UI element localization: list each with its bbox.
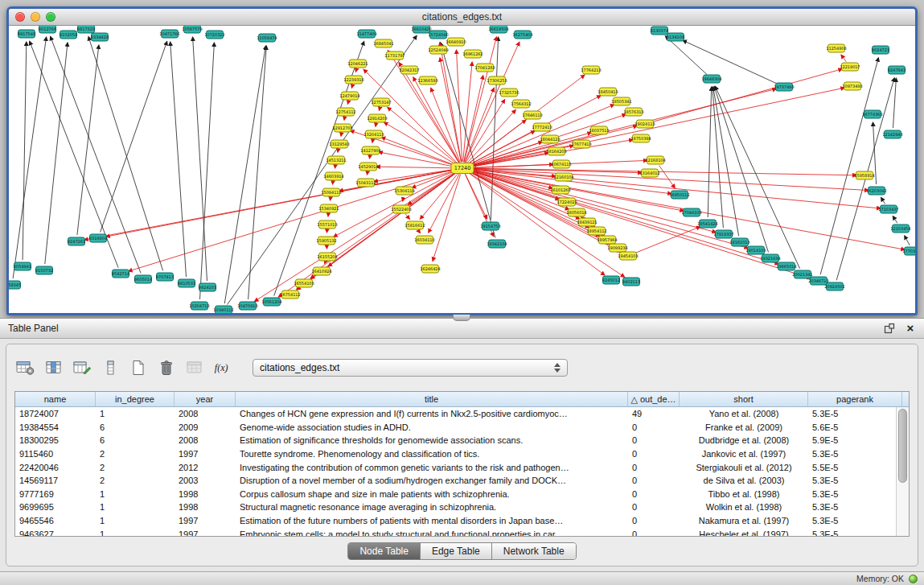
graph-node[interactable]: 17677413 bbox=[571, 140, 591, 148]
graph-node[interactable]: 18037513 bbox=[589, 126, 609, 134]
table-cell[interactable]: Structural magnetic resonance image aver… bbox=[236, 502, 628, 512]
graph-edge[interactable] bbox=[905, 236, 910, 245]
table-cell[interactable]: Tibbo et al. (1998) bbox=[680, 489, 808, 499]
table-cell[interactable]: 9465546 bbox=[15, 516, 96, 525]
graph-node[interactable]: 15571013 bbox=[317, 220, 337, 229]
table-cell[interactable]: 0 bbox=[628, 516, 680, 525]
graph-node[interactable]: 9810533 bbox=[178, 279, 195, 287]
table-cell[interactable]: 22420046 bbox=[15, 463, 96, 472]
graph-node[interactable]: 17772413 bbox=[532, 123, 552, 131]
graph-node[interactable]: 9150732 bbox=[35, 266, 53, 274]
graph-node[interactable]: 14603914 bbox=[323, 172, 343, 180]
table-cell[interactable]: 2008 bbox=[175, 435, 236, 445]
graph-node[interactable]: 8917548 bbox=[18, 30, 35, 38]
graph-edge[interactable] bbox=[381, 138, 456, 167]
graph-edge[interactable] bbox=[440, 43, 462, 162]
graph-node[interactable]: 12366593 bbox=[417, 76, 437, 84]
graph-node[interactable]: 8130374 bbox=[651, 27, 668, 35]
table-cell[interactable]: 1 bbox=[96, 516, 175, 525]
graph-node[interactable]: 10204713 bbox=[189, 302, 209, 310]
table-vertical-scrollbar[interactable] bbox=[896, 407, 909, 536]
graph-edge[interactable] bbox=[351, 86, 352, 89]
table-cell[interactable]: Dudbridge et al. (2008) bbox=[680, 435, 808, 445]
table-cell[interactable]: 1997 bbox=[175, 449, 236, 459]
table-cell[interactable]: Tourette syndrome. Phenomenology and cla… bbox=[236, 449, 628, 459]
table-scrollbar-thumb[interactable] bbox=[898, 409, 907, 483]
graph-node[interactable]: 10340112 bbox=[213, 306, 233, 313]
graph-node[interactable]: 8858345 bbox=[9, 281, 21, 289]
table-cell[interactable]: Estimation of the future numbers of pati… bbox=[236, 516, 628, 525]
graph-edge[interactable] bbox=[193, 37, 207, 281]
table-cell[interactable]: 1 bbox=[96, 529, 175, 536]
graph-node[interactable]: 16246424 bbox=[420, 265, 440, 273]
table-cell[interactable]: 5.3E-5 bbox=[808, 489, 896, 499]
graph-edge[interactable] bbox=[325, 263, 326, 264]
graph-node[interactable]: 17306253 bbox=[487, 76, 507, 84]
graph-node[interactable]: 15958914 bbox=[854, 171, 874, 179]
graph-node[interactable]: 17041283 bbox=[474, 64, 495, 72]
graph-node[interactable]: 16619504 bbox=[488, 26, 508, 33]
graph-edge[interactable] bbox=[418, 231, 420, 233]
graph-node[interactable]: 18541424 bbox=[697, 220, 717, 228]
table-cell[interactable]: 18300295 bbox=[15, 435, 96, 445]
graph-node[interactable]: 16774363 bbox=[862, 110, 882, 118]
table-cell[interactable]: Changes of HCN gene expression and I(f) … bbox=[236, 409, 628, 418]
graph-node[interactable]: 20924502 bbox=[824, 282, 844, 290]
graph-node[interactable]: 18576313 bbox=[623, 108, 643, 116]
graph-node[interactable]: 12219017 bbox=[840, 63, 860, 71]
table-cell[interactable]: 1997 bbox=[175, 516, 236, 525]
float-panel-icon[interactable] bbox=[884, 323, 895, 334]
table-cell[interactable]: 5.3E-5 bbox=[808, 516, 896, 525]
graph-edge[interactable] bbox=[841, 55, 846, 62]
table-cell[interactable]: 5.5E-5 bbox=[808, 463, 896, 472]
graph-node[interactable]: 15304119 bbox=[394, 187, 414, 195]
graph-node[interactable]: 12524049 bbox=[428, 46, 448, 54]
graph-node[interactable]: 8134109 bbox=[667, 33, 684, 41]
column-header-short[interactable]: short bbox=[680, 392, 808, 406]
graph-node[interactable]: 14127904 bbox=[360, 146, 380, 154]
graph-node[interactable]: 15816612 bbox=[405, 221, 425, 229]
graph-edge[interactable] bbox=[355, 70, 356, 72]
graph-edge[interactable] bbox=[278, 172, 457, 298]
graph-node[interactable]: 16554103 bbox=[294, 279, 314, 287]
graph-node[interactable]: 11058474 bbox=[257, 34, 277, 42]
graph-node[interactable]: 9247843 bbox=[888, 66, 906, 74]
graph-node[interactable]: 16275403 bbox=[512, 31, 532, 39]
table-cell[interactable]: 5.3E-5 bbox=[808, 409, 896, 418]
panel-splitter-handle[interactable] bbox=[453, 315, 470, 321]
network-table-selector[interactable]: citations_edges.txt bbox=[253, 359, 568, 377]
table-cell[interactable]: 19384554 bbox=[15, 422, 96, 432]
graph-node[interactable]: 13129543 bbox=[329, 140, 349, 148]
table-cell[interactable]: 49 bbox=[628, 409, 680, 418]
graph-node[interactable]: 19454103 bbox=[618, 252, 638, 260]
graph-edge[interactable] bbox=[893, 216, 897, 224]
graph-node[interactable]: 16961262 bbox=[462, 50, 483, 58]
table-row[interactable]: 946554611997Estimation of the future num… bbox=[15, 514, 896, 528]
table-row[interactable]: 1938455462009Genome-wide association stu… bbox=[15, 421, 896, 435]
graph-node[interactable]: 11731797 bbox=[384, 51, 405, 60]
table-cell[interactable]: 9463627 bbox=[15, 529, 96, 536]
table-cell[interactable]: Wolkin et al. (1998) bbox=[680, 502, 808, 512]
graph-node[interactable]: 18750394 bbox=[630, 134, 651, 142]
graph-node[interactable]: 12753147 bbox=[371, 98, 391, 106]
table-cell[interactable]: 0 bbox=[628, 422, 680, 432]
graph-edge[interactable] bbox=[379, 152, 456, 167]
graph-edge[interactable] bbox=[714, 87, 768, 253]
graph-node[interactable]: 18957964 bbox=[597, 236, 617, 244]
graph-node[interactable]: 12912703 bbox=[332, 124, 352, 132]
table-cell[interactable]: Estimation of significance thresholds fo… bbox=[236, 435, 628, 445]
table-cell[interactable]: Embryonic stem cells: a model to study s… bbox=[236, 529, 628, 536]
graph-node[interactable]: 15340921 bbox=[318, 204, 339, 212]
graph-node[interactable]: 19737493 bbox=[774, 83, 794, 91]
graph-edge[interactable] bbox=[224, 46, 265, 303]
graph-node[interactable]: 17224023 bbox=[556, 198, 577, 206]
table-cell[interactable]: 2 bbox=[96, 449, 175, 459]
graph-node[interactable]: 19665014 bbox=[776, 262, 796, 270]
graph-node[interactable]: 12042317 bbox=[399, 66, 419, 74]
table-row[interactable]: 977716911998Corpus callosum shape and si… bbox=[15, 488, 896, 501]
graph-node[interactable]: 12142943 bbox=[882, 130, 902, 138]
graph-node[interactable]: 9245012 bbox=[602, 276, 620, 284]
network-graph[interactable]: 1724012524049166409101696126217041283173… bbox=[9, 26, 915, 313]
table-cell[interactable]: 5.6E-5 bbox=[808, 422, 896, 432]
graph-node[interactable]: 17325735 bbox=[499, 89, 519, 97]
